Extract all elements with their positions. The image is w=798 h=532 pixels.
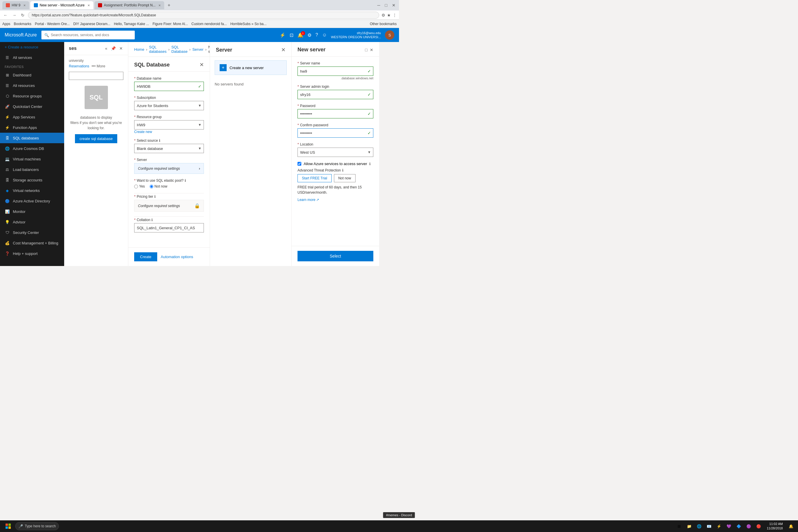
start-free-trial-button[interactable]: Start FREE Trial — [298, 174, 331, 182]
password-input[interactable] — [298, 109, 373, 118]
sidebar-item-advisor[interactable]: 💡 Advisor — [0, 217, 64, 227]
create-button[interactable]: Create — [134, 252, 157, 261]
sidebar-item-help-support[interactable]: ❓ Help + support — [0, 248, 64, 259]
breadcrumb-sql-database[interactable]: SQL Database — [171, 45, 188, 54]
sidebar-item-all-services[interactable]: ☰ All services — [0, 52, 64, 63]
allow-azure-info-icon[interactable]: ℹ — [369, 162, 371, 166]
sidebar-item-virtual-networks[interactable]: ◆ Virtual networks — [0, 185, 64, 196]
bookmark-other[interactable]: Other bookmarks — [370, 22, 397, 26]
location-select[interactable]: West US — [298, 148, 373, 157]
sidebar-item-security-center[interactable]: 🛡 Security Center — [0, 227, 64, 238]
collation-input[interactable] — [134, 223, 204, 232]
back-button[interactable]: ← — [2, 12, 9, 18]
confirm-password-input[interactable] — [298, 128, 373, 138]
breadcrumb-home[interactable]: Home — [134, 47, 145, 52]
cloud-shell-icon[interactable]: ⚡ — [280, 32, 286, 38]
extensions-icon[interactable]: ⚙ — [381, 13, 385, 18]
forward-button[interactable]: → — [11, 12, 18, 18]
portal-settings-icon[interactable]: ⊡ — [290, 32, 293, 38]
tab-azure[interactable]: New server - Microsoft Azure ✕ — [30, 1, 93, 10]
reload-button[interactable]: ↻ — [20, 12, 26, 18]
allow-azure-checkbox[interactable] — [298, 162, 301, 166]
bookmark-bookmarks[interactable]: Bookmarks — [14, 22, 31, 26]
sidebar-item-function-apps[interactable]: ⚡ Function Apps — [0, 122, 64, 133]
sidebar-item-virtual-machines[interactable]: 💻 Virtual machines — [0, 154, 64, 164]
new-tab-button[interactable]: + — [165, 2, 172, 9]
elastic-pool-no-option[interactable]: Not now — [150, 184, 167, 188]
tab-close-assignment[interactable]: ✕ — [158, 4, 161, 7]
elastic-pool-yes-option[interactable]: Yes — [134, 184, 145, 188]
not-now-button[interactable]: Not now — [334, 174, 356, 182]
reservations-link[interactable]: Reservations — [69, 64, 89, 68]
panel-collapse-btn[interactable]: « — [104, 45, 108, 51]
select-button[interactable]: Select — [298, 251, 373, 261]
select-source-select[interactable]: Blank database — [134, 144, 204, 153]
notifications-icon[interactable]: 🔔 1 — [298, 32, 303, 38]
feedback-icon[interactable]: ☺ — [322, 32, 327, 38]
user-avatar[interactable]: S — [385, 30, 394, 40]
pricing-tier-info-icon[interactable]: ℹ — [154, 194, 156, 198]
create-new-server-item[interactable]: + Create a new server — [215, 60, 287, 75]
sidebar-item-azure-ad[interactable]: 🔵 Azure Active Directory — [0, 196, 64, 206]
bookmark-horrible[interactable]: HorribleSubs » So ba... — [230, 22, 267, 26]
sidebar-item-resource-groups[interactable]: ⬡ Resource groups — [0, 91, 64, 101]
sidebar-item-monitor[interactable]: 📊 Monitor — [0, 206, 64, 217]
bookmark-custom[interactable]: Custom nendoroid fa... — [191, 22, 227, 26]
learn-more-link[interactable]: Learn more ↗ — [298, 198, 319, 202]
breadcrumb-sql-databases[interactable]: SQL databases — [149, 45, 167, 54]
close-button[interactable]: ✕ — [391, 2, 397, 8]
sql-db-panel-close[interactable]: ✕ — [200, 61, 204, 68]
help-icon[interactable]: ? — [316, 32, 318, 38]
collation-info-icon[interactable]: ℹ — [151, 218, 153, 222]
bookmark-apps[interactable]: Apps — [2, 22, 10, 26]
tab-close-azure[interactable]: ✕ — [88, 4, 90, 7]
sidebar-item-storage-accounts[interactable]: 🗄 Storage accounts — [0, 175, 64, 185]
tab-hw9[interactable]: HW 9 ✕ — [2, 1, 29, 10]
create-resource-button[interactable]: + Create a resource — [0, 42, 64, 52]
panel-close-btn[interactable]: ✕ — [119, 45, 124, 51]
create-new-resource-group-link[interactable]: Create new — [134, 130, 152, 134]
automation-options-link[interactable]: Automation options — [161, 254, 193, 259]
threat-info-icon[interactable]: ℹ — [342, 168, 344, 172]
filter-input[interactable] — [69, 72, 124, 80]
breadcrumb-server[interactable]: Server — [192, 47, 203, 52]
sidebar-item-cosmos-db[interactable]: 🌐 Azure Cosmos DB — [0, 143, 64, 154]
server-panel-close[interactable]: ✕ — [281, 47, 286, 53]
resource-group-select[interactable]: HW9 — [134, 120, 204, 130]
create-sql-button[interactable]: create sql database — [75, 134, 117, 143]
sidebar-item-cost-management[interactable]: 💰 Cost Management + Billing — [0, 238, 64, 248]
bookmark-portal[interactable]: Portal - Western Ore... — [35, 22, 70, 26]
tab-assignment[interactable]: Assignment: Portfolio Prompt N... ✕ — [95, 1, 164, 10]
more-btn[interactable]: ••• More — [92, 64, 105, 68]
azure-search-box[interactable]: 🔍 — [41, 31, 135, 39]
elastic-pool-no-radio[interactable] — [150, 185, 153, 188]
new-server-maximize-btn[interactable]: □ — [365, 48, 367, 52]
sidebar-item-app-services[interactable]: ⚡ App Services — [0, 112, 64, 122]
menu-icon[interactable]: ⋮ — [393, 13, 397, 18]
azure-search-input[interactable] — [51, 33, 132, 37]
sidebar-item-dashboard[interactable]: ⊞ Dashboard — [0, 70, 64, 80]
bookmark-hello[interactable]: Hello, Tamago Kake ... — [114, 22, 149, 26]
server-configure-button[interactable]: Configure required settings › — [134, 163, 204, 174]
bookmark-figure[interactable]: Figure Fixer: More Al... — [153, 22, 188, 26]
admin-login-input[interactable] — [298, 90, 373, 99]
sidebar-item-load-balancers[interactable]: ⚖ Load balancers — [0, 164, 64, 175]
sidebar-item-quickstart[interactable]: 🚀 Quickstart Center — [0, 101, 64, 112]
url-bar[interactable]: https://portal.azure.com/?feature.quicks… — [28, 12, 379, 19]
new-server-close-btn[interactable]: ✕ — [370, 48, 373, 52]
bookmark-icon[interactable]: ★ — [387, 13, 391, 18]
select-source-info-icon[interactable]: ℹ — [159, 138, 160, 142]
minimize-button[interactable]: ─ — [376, 2, 381, 8]
panel-pin-btn[interactable]: 📌 — [110, 45, 116, 51]
elastic-pool-yes-radio[interactable] — [134, 185, 138, 188]
tab-close-hw9[interactable]: ✕ — [23, 4, 26, 7]
sidebar-item-sql-databases[interactable]: 🗄 SQL databases — [0, 133, 64, 143]
bookmark-diy[interactable]: DIY Japanese Dioram... — [73, 22, 110, 26]
database-name-input[interactable] — [134, 82, 204, 91]
server-name-input[interactable] — [298, 66, 373, 76]
settings-icon[interactable]: ⚙ — [307, 32, 311, 38]
subscription-select[interactable]: Azure for Students — [134, 101, 204, 110]
maximize-button[interactable]: □ — [384, 2, 388, 8]
sidebar-item-all-resources[interactable]: ☰ All resources — [0, 80, 64, 91]
pricing-configure-button[interactable]: Configure required settings 🔒 — [134, 200, 204, 212]
